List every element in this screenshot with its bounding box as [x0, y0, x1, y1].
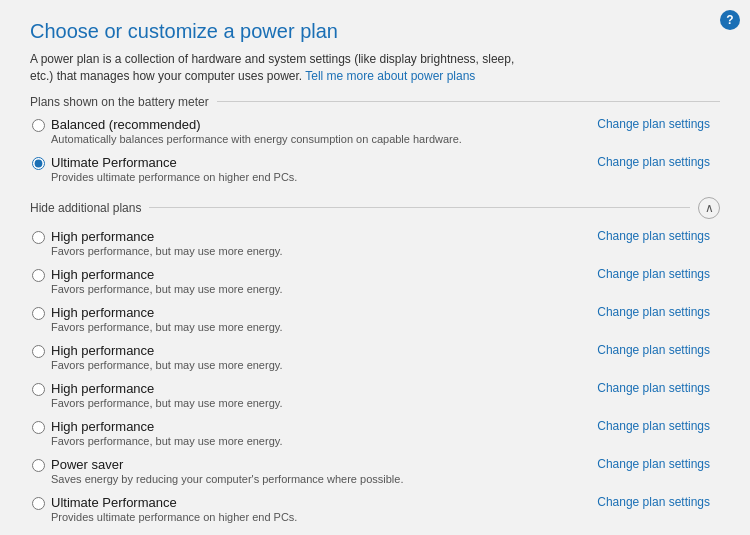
change-plan-link-power-saver[interactable]: Change plan settings — [597, 457, 720, 471]
section-divider — [217, 101, 720, 102]
change-plan-link-balanced[interactable]: Change plan settings — [597, 117, 720, 131]
plan-desc-high-perf-4: Favors performance, but may use more ene… — [51, 359, 283, 371]
plan-item-high-perf-2: High performance Favors performance, but… — [30, 267, 720, 295]
plan-item-high-perf-4: High performance Favors performance, but… — [30, 343, 720, 371]
help-icon[interactable]: ? — [720, 10, 740, 30]
plan-name-power-saver: Power saver — [51, 457, 403, 472]
radio-power-saver[interactable] — [32, 459, 45, 472]
radio-ultimate-performance-main[interactable] — [32, 157, 45, 170]
radio-high-perf-1[interactable] — [32, 231, 45, 244]
change-plan-link-high-perf-2[interactable]: Change plan settings — [597, 267, 720, 281]
change-plan-link-high-perf-1[interactable]: Change plan settings — [597, 229, 720, 243]
plan-name-ultimate-perf-2: Ultimate Performance — [51, 495, 297, 510]
plan-desc-ultimate-perf-2: Provides ultimate performance on higher … — [51, 511, 297, 523]
change-plan-link-high-perf-4[interactable]: Change plan settings — [597, 343, 720, 357]
plan-desc-ultimate-performance-main: Provides ultimate performance on higher … — [51, 171, 297, 183]
radio-balanced[interactable] — [32, 119, 45, 132]
change-plan-link-ultimate-perf-2[interactable]: Change plan settings — [597, 495, 720, 509]
change-plan-link-high-perf-6[interactable]: Change plan settings — [597, 419, 720, 433]
plan-desc-high-perf-6: Favors performance, but may use more ene… — [51, 435, 283, 447]
plan-desc-high-perf-2: Favors performance, but may use more ene… — [51, 283, 283, 295]
radio-high-perf-2[interactable] — [32, 269, 45, 282]
page-description: A power plan is a collection of hardware… — [30, 51, 530, 85]
plan-desc-high-perf-5: Favors performance, but may use more ene… — [51, 397, 283, 409]
plan-item-power-saver: Power saver Saves energy by reducing you… — [30, 457, 720, 485]
radio-high-perf-5[interactable] — [32, 383, 45, 396]
plan-item-balanced: Balanced (recommended) Automatically bal… — [30, 117, 720, 145]
plan-item-high-perf-3: High performance Favors performance, but… — [30, 305, 720, 333]
plan-name-high-perf-3: High performance — [51, 305, 283, 320]
change-plan-link-high-perf-5[interactable]: Change plan settings — [597, 381, 720, 395]
plan-desc-balanced: Automatically balances performance with … — [51, 133, 462, 145]
hide-section-divider — [149, 207, 690, 208]
plan-desc-power-saver: Saves energy by reducing your computer's… — [51, 473, 403, 485]
plan-name-ultimate-performance-main: Ultimate Performance — [51, 155, 297, 170]
plan-item-high-perf-1: High performance Favors performance, but… — [30, 229, 720, 257]
radio-high-perf-6[interactable] — [32, 421, 45, 434]
plan-name-high-perf-2: High performance — [51, 267, 283, 282]
main-plans-list: Balanced (recommended) Automatically bal… — [30, 117, 720, 183]
hide-additional-header: Hide additional plans ∧ — [30, 197, 720, 219]
plan-item-high-perf-6: High performance Favors performance, but… — [30, 419, 720, 447]
plan-item-ultimate-performance-main: Ultimate Performance Provides ultimate p… — [30, 155, 720, 183]
plan-item-ultimate-perf-2: Ultimate Performance Provides ultimate p… — [30, 495, 720, 523]
learn-more-link[interactable]: Tell me more about power plans — [305, 69, 475, 83]
change-plan-link-high-perf-3[interactable]: Change plan settings — [597, 305, 720, 319]
plan-name-high-perf-6: High performance — [51, 419, 283, 434]
plan-item-high-perf-5: High performance Favors performance, but… — [30, 381, 720, 409]
radio-high-perf-3[interactable] — [32, 307, 45, 320]
additional-plans-list: High performance Favors performance, but… — [30, 229, 720, 535]
plan-desc-high-perf-3: Favors performance, but may use more ene… — [51, 321, 283, 333]
plan-name-high-perf-1: High performance — [51, 229, 283, 244]
plan-name-high-perf-4: High performance — [51, 343, 283, 358]
change-plan-link-ultimate-performance-main[interactable]: Change plan settings — [597, 155, 720, 169]
plan-desc-high-perf-1: Favors performance, but may use more ene… — [51, 245, 283, 257]
plans-section-header: Plans shown on the battery meter — [30, 95, 720, 109]
hide-additional-label: Hide additional plans — [30, 201, 141, 215]
plan-name-high-perf-5: High performance — [51, 381, 283, 396]
page-title: Choose or customize a power plan — [30, 20, 720, 43]
radio-ultimate-perf-2[interactable] — [32, 497, 45, 510]
plan-name-balanced: Balanced (recommended) — [51, 117, 462, 132]
collapse-button[interactable]: ∧ — [698, 197, 720, 219]
radio-high-perf-4[interactable] — [32, 345, 45, 358]
